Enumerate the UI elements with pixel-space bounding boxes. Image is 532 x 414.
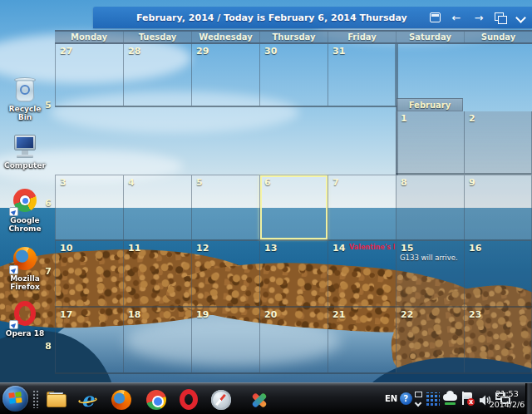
calendar-cell-feb-9[interactable]: 9 xyxy=(464,175,532,239)
event-valentines-day[interactable]: Valentine's Day xyxy=(349,244,395,251)
calendar-cell-feb-16[interactable]: 16 xyxy=(464,241,532,306)
day-header-saturday: Saturday xyxy=(396,32,464,42)
calendar-cell-today-feb-6[interactable]: 6 xyxy=(259,175,328,239)
calendar-cell-feb-23[interactable]: 23 xyxy=(464,308,532,372)
shortcut-arrow-icon xyxy=(9,265,18,274)
shortcut-arrow-icon xyxy=(9,320,18,329)
recycle-bin-icon xyxy=(11,76,39,103)
chrome-icon xyxy=(146,390,166,410)
date-number: 9 xyxy=(469,177,475,188)
taskbar-opera-button[interactable] xyxy=(177,388,200,411)
show-hidden-icons-chevron[interactable] xyxy=(415,392,423,405)
event-g133[interactable]: G133 will arrive. xyxy=(400,254,463,262)
calendar-row-feb-week2: 3 4 5 6 7 8 9 xyxy=(55,175,532,241)
next-month-button[interactable]: → xyxy=(472,12,485,23)
date-number: 13 xyxy=(264,243,277,254)
action-center-flag-icon[interactable]: x xyxy=(461,392,475,406)
firefox-icon xyxy=(11,246,39,273)
calendar-cell-feb-14[interactable]: 14 Valentine's Day xyxy=(328,241,396,306)
calendar-cell-feb-12[interactable]: 12 xyxy=(191,241,259,306)
week-number-5: 5 xyxy=(38,100,52,111)
colorful-ribbon-icon xyxy=(249,390,269,410)
calendar-cell-feb-21[interactable]: 21 xyxy=(328,308,396,372)
calendar-titlebar: February, 2014 / Today is February 6, 20… xyxy=(93,7,532,28)
calendar-cell-feb-18[interactable]: 18 xyxy=(123,308,191,372)
date-number: 23 xyxy=(469,309,481,320)
date-number: 8 xyxy=(401,177,407,188)
windows-overlay-icon[interactable] xyxy=(495,12,506,22)
language-indicator[interactable]: EN xyxy=(385,394,397,403)
date-number: 1 xyxy=(401,113,407,124)
desktop-icon-label: Mozilla Firefox xyxy=(2,274,48,291)
error-badge: x xyxy=(467,398,475,406)
week-number-8: 8 xyxy=(38,341,52,352)
date-number: 19 xyxy=(196,309,209,320)
help-tray-icon[interactable]: ? xyxy=(400,392,412,405)
calendar-cell-feb-10[interactable]: 10 xyxy=(55,241,123,306)
desktop-icon-google-chrome[interactable]: Google Chrome xyxy=(2,188,48,233)
desktop-icon-recycle-bin[interactable]: Recycle Bin xyxy=(2,76,48,121)
calendar-cell-feb-22[interactable]: 22 xyxy=(396,308,464,372)
opera-icon xyxy=(11,301,39,328)
chevron-down-icon[interactable] xyxy=(515,13,525,22)
safari-compass-icon xyxy=(211,390,231,410)
taskbar-chrome-button[interactable] xyxy=(145,388,167,411)
week-number-6: 6 xyxy=(38,198,52,209)
calendar-cell-feb-3[interactable]: 3 xyxy=(55,175,123,239)
blue-grid-tray-icon[interactable] xyxy=(426,392,440,406)
date-number: 14 xyxy=(332,243,345,254)
taskbar-windows-explorer-button[interactable] xyxy=(45,388,67,411)
calendar-cell-feb-11[interactable]: 11 xyxy=(123,241,191,306)
calendar-cell-feb-8[interactable]: 8 xyxy=(396,175,464,239)
calendar-cell-jan-31[interactable]: 31 xyxy=(328,44,396,106)
date-number: 21 xyxy=(332,309,345,320)
calendar-cell-feb-4[interactable]: 4 xyxy=(123,175,191,239)
week-number-7: 7 xyxy=(38,266,52,277)
day-header-wednesday: Wednesday xyxy=(191,32,259,42)
calendar-cell-feb-13[interactable]: 13 xyxy=(259,241,328,306)
previous-month-button[interactable]: ← xyxy=(450,12,463,23)
show-desktop-button[interactable] xyxy=(525,383,532,414)
desktop-icon-computer[interactable]: Computer xyxy=(2,133,48,170)
calendar-cell-feb-20[interactable]: 20 xyxy=(259,308,328,372)
calendar-cell-feb-2[interactable]: 2 xyxy=(464,111,532,173)
calendar-row-feb-week4: 17 18 19 20 21 22 23 xyxy=(55,308,532,374)
calendar-row-feb-week1: 1 2 xyxy=(396,111,532,175)
calendar-cell-feb-1[interactable]: 1 xyxy=(396,111,464,173)
calendar-cell-feb-15[interactable]: 15 G133 will arrive. xyxy=(396,241,464,306)
calendar-title: February, 2014 / Today is February 6, 20… xyxy=(136,12,407,23)
date-number: 3 xyxy=(60,177,66,188)
day-header-friday: Friday xyxy=(328,32,396,42)
windows-logo-icon xyxy=(8,392,22,404)
calendar-view-icon[interactable] xyxy=(430,12,441,22)
date-number: 2 xyxy=(469,113,475,124)
date-number: 18 xyxy=(128,309,140,320)
desktop-icon-opera-18[interactable]: Opera 18 xyxy=(2,301,48,338)
date-number: 4 xyxy=(128,177,135,188)
taskbar-safari-button[interactable] xyxy=(209,388,232,411)
desktop-icon-label: Google Chrome xyxy=(2,216,48,233)
date-number: 5 xyxy=(196,177,203,188)
calendar-cell-feb-7[interactable]: 7 xyxy=(328,175,396,239)
taskbar-clock[interactable]: 21:53 2014/2/6 xyxy=(489,388,525,411)
calendar-cell-feb-19[interactable]: 19 xyxy=(191,308,259,372)
date-number: 16 xyxy=(469,243,481,254)
calendar-cell-jan-28[interactable]: 28 xyxy=(123,44,191,106)
calendar-cell-jan-30[interactable]: 30 xyxy=(259,44,328,106)
cloud-tray-icon[interactable] xyxy=(443,392,458,406)
date-number: 22 xyxy=(401,309,413,320)
taskbar-firefox-button[interactable] xyxy=(110,388,132,411)
start-button[interactable] xyxy=(2,386,28,412)
firefox-icon xyxy=(111,390,131,410)
calendar-cell-feb-5[interactable]: 5 xyxy=(191,175,259,239)
taskbar-internet-explorer-button[interactable]: e xyxy=(76,388,99,411)
desktop-icon-label: Opera 18 xyxy=(2,329,48,338)
calendar-cell-jan-29[interactable]: 29 xyxy=(191,44,259,106)
desktop-screen: Recycle Bin Computer Google Chrome Mozil… xyxy=(0,0,532,414)
calendar-cell-feb-17[interactable]: 17 xyxy=(55,308,123,372)
calendar-cell-jan-27[interactable]: 27 xyxy=(55,44,123,106)
taskbar-messenger-button[interactable] xyxy=(248,388,270,411)
chrome-icon xyxy=(11,188,39,214)
date-number: 28 xyxy=(128,46,140,57)
taskbar-grip[interactable] xyxy=(32,390,39,408)
